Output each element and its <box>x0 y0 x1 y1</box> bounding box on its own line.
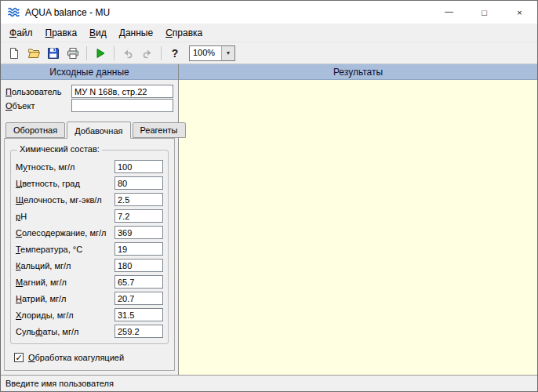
ph-label: рН <box>16 212 115 221</box>
app-window: AQUA balance - MU — □ × Файл Правка Вид … <box>0 0 538 392</box>
status-text: Введите имя пользователя <box>5 379 114 388</box>
field-row-sodium: Натрий, мг/л <box>16 290 163 307</box>
ph-input[interactable] <box>115 209 163 223</box>
temperature-input[interactable] <box>115 242 163 256</box>
menu-file[interactable]: Файл <box>3 25 39 41</box>
open-button[interactable] <box>24 44 43 62</box>
menu-bar: Файл Правка Вид Данные Справка <box>1 24 537 42</box>
magnesium-input[interactable] <box>115 275 163 289</box>
toolbar-separator <box>114 46 115 60</box>
caption-buttons: — □ × <box>431 1 537 24</box>
menu-help[interactable]: Справка <box>159 25 209 41</box>
turbidity-input[interactable] <box>115 160 163 173</box>
zoom-value: 100% <box>190 46 221 60</box>
undo-button <box>118 44 137 62</box>
color-label: Цветность, град <box>16 179 115 188</box>
printer-icon <box>67 47 79 60</box>
calcium-input[interactable] <box>115 259 163 272</box>
alkalinity-label: Щелочность, мг-экв/л <box>16 195 115 205</box>
temperature-label: Температура, °С <box>16 245 115 254</box>
user-input[interactable] <box>71 85 173 98</box>
open-folder-icon <box>27 47 40 60</box>
run-button[interactable] <box>91 44 110 62</box>
sulfates-input[interactable] <box>115 325 163 338</box>
maximize-icon: □ <box>482 8 487 17</box>
turbidity-label: Мутность, мг/л <box>16 162 115 172</box>
results-body <box>179 80 537 375</box>
water-tabs: Оборотная Добавочная Реагенты <box>4 122 175 138</box>
right-panel-header: Результаты <box>179 64 537 80</box>
magnesium-label: Магний, мг/л <box>16 278 115 287</box>
field-row-color: Цветность, град <box>16 175 163 191</box>
menu-data[interactable]: Данные <box>113 25 159 41</box>
checkmark-icon: ✓ <box>15 354 22 362</box>
field-row-sulfates: Сульфаты, мг/л <box>16 323 163 339</box>
status-bar: Введите имя пользователя <box>1 375 537 391</box>
menu-edit[interactable]: Правка <box>39 25 84 41</box>
help-icon: ? <box>172 47 179 60</box>
user-object-form: Пользователь Объект <box>5 85 173 112</box>
run-play-icon <box>94 47 107 60</box>
field-row-alkalinity: Щелочность, мг-экв/л <box>16 191 163 208</box>
close-icon: × <box>517 8 522 17</box>
calcium-label: Кальций, мг/л <box>16 261 115 270</box>
main-area: Исходные данные Пользователь Объект Обор… <box>1 64 537 375</box>
chemical-composition-group: Химический состав: Мутность, мг/л Цветно… <box>10 150 169 344</box>
minimize-icon: — <box>445 6 453 16</box>
app-icon <box>7 5 20 19</box>
redo-icon <box>141 47 154 60</box>
tab-reagenty[interactable]: Реагенты <box>133 122 186 138</box>
tab-oborotnaya[interactable]: Оборотная <box>5 122 65 138</box>
help-button[interactable]: ? <box>165 44 184 62</box>
object-label: Объект <box>5 101 71 111</box>
coagulation-label: Обработка коагуляцией <box>28 353 124 362</box>
tab-page: Химический состав: Мутность, мг/л Цветно… <box>4 138 175 371</box>
maximize-button[interactable]: □ <box>467 1 502 24</box>
sodium-label: Натрий, мг/л <box>16 294 115 303</box>
new-document-icon <box>8 47 20 60</box>
color-input[interactable] <box>115 176 163 190</box>
minimize-button[interactable]: — <box>431 1 467 24</box>
field-row-temperature: Температура, °С <box>16 241 163 257</box>
field-row-magnesium: Магний, мг/л <box>16 274 163 290</box>
save-button[interactable] <box>44 44 63 62</box>
salinity-input[interactable] <box>115 226 163 239</box>
source-data-panel: Исходные данные Пользователь Объект Обор… <box>1 64 179 375</box>
left-panel-body: Пользователь Объект Оборотная Добавочная… <box>1 80 178 375</box>
tab-dobavochnaya[interactable]: Добавочная <box>67 122 130 139</box>
redo-button <box>138 44 157 62</box>
toolbar: ? 100% ▼ <box>1 42 537 64</box>
sodium-input[interactable] <box>115 292 163 305</box>
field-row-ph: рН <box>16 208 163 224</box>
field-row-chlorides: Хлориды, мг/л <box>16 307 163 323</box>
salinity-label: Солесодержание, мг/л <box>16 228 115 238</box>
group-title: Химический состав: <box>17 144 102 154</box>
coagulation-checkbox[interactable]: ✓ <box>14 353 24 362</box>
print-button[interactable] <box>64 44 82 62</box>
zoom-combobox[interactable]: 100% ▼ <box>189 45 235 61</box>
toolbar-separator <box>161 46 162 60</box>
sulfates-label: Сульфаты, мг/л <box>16 327 115 336</box>
coagulation-checkbox-row[interactable]: ✓ Обработка коагуляцией <box>14 353 169 362</box>
new-button[interactable] <box>5 44 24 62</box>
toolbar-separator <box>86 46 87 60</box>
menu-view[interactable]: Вид <box>83 25 113 41</box>
left-panel-header: Исходные данные <box>1 64 178 80</box>
undo-icon <box>122 47 134 60</box>
close-button[interactable]: × <box>502 1 537 24</box>
title-bar: AQUA balance - MU — □ × <box>1 1 537 24</box>
field-row-salinity: Солесодержание, мг/л <box>16 224 163 241</box>
chevron-down-icon[interactable]: ▼ <box>221 46 234 60</box>
chlorides-input[interactable] <box>115 308 163 321</box>
chlorides-label: Хлориды, мг/л <box>16 310 115 320</box>
results-panel: Результаты <box>179 64 537 375</box>
field-row-calcium: Кальций, мг/л <box>16 257 163 274</box>
user-label: Пользователь <box>5 87 71 96</box>
save-floppy-icon <box>47 47 60 60</box>
alkalinity-input[interactable] <box>115 193 163 206</box>
object-input[interactable] <box>71 99 173 112</box>
window-title: AQUA balance - MU <box>25 7 431 18</box>
field-row-turbidity: Мутность, мг/л <box>16 158 163 175</box>
